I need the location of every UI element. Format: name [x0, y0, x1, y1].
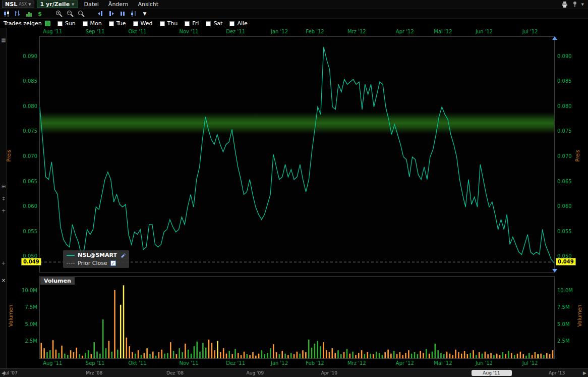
dollar-icon[interactable]: $	[35, 10, 45, 18]
price-chart-pane[interactable]	[39, 36, 555, 273]
menubar: NSL ASX ▼ 1 yr/Zeile ▼ Datei Ändern Ansi…	[0, 0, 588, 9]
price-axis-tick: 0.065	[557, 179, 572, 185]
legend-prior-close-row: Prior Close ✓	[67, 260, 126, 266]
scroll-right-icon[interactable]: ▶	[583, 370, 586, 375]
volume-pane-title: Volumen	[40, 277, 75, 285]
day-checkbox[interactable]	[83, 21, 88, 26]
menu-ansicht[interactable]: Ansicht	[134, 0, 162, 9]
zoom-in-icon[interactable]	[54, 10, 64, 18]
day-filter-fri[interactable]: Fri	[185, 20, 199, 27]
day-checkbox[interactable]	[160, 21, 165, 26]
price-axis-tick: 0.070	[14, 153, 37, 159]
price-chart-canvas[interactable]	[40, 37, 554, 272]
menu-aendern[interactable]: Ändern	[105, 0, 132, 9]
day-filter-sat[interactable]: Sat	[206, 20, 222, 27]
timeframe-selector[interactable]: 1 yr/Zeile ▼	[37, 1, 78, 8]
price-axis-tick: 0.075	[557, 128, 572, 134]
price-axis-tick: 0.065	[14, 179, 37, 185]
printer-icon[interactable]	[561, 1, 568, 8]
chart-type-candlestick-icon[interactable]	[2, 10, 12, 18]
price-axis-tick: 0.055	[14, 229, 37, 235]
chevron-down-icon[interactable]: ▼	[581, 3, 584, 7]
scrollbar-date-label: Apr '13	[549, 370, 565, 375]
month-label-bottom: Mrz '12	[347, 360, 366, 366]
volume-chart-icon[interactable]	[24, 10, 34, 18]
day-filter-tue[interactable]: Tue	[109, 20, 126, 27]
price-axis-tick: 0.090	[557, 53, 572, 60]
scrollbar-date-label: Dez '08	[166, 370, 184, 375]
month-label-bottom: Sep '11	[86, 360, 105, 366]
volume-axis-tick: 5.0M	[557, 321, 570, 328]
add-icon[interactable]: +	[0, 208, 7, 214]
day-checkbox[interactable]	[229, 21, 234, 26]
edit-pencil-icon[interactable]	[120, 252, 126, 258]
price-highlight-band	[40, 112, 554, 135]
day-checkbox[interactable]	[109, 21, 114, 26]
scrollbar-date-label: Aug '11	[483, 370, 500, 375]
shift-chart-left-icon[interactable]	[95, 10, 105, 18]
month-label-bottom: Aug '11	[43, 360, 62, 366]
bar-style-icon[interactable]	[129, 10, 139, 18]
zoom-out-icon[interactable]	[65, 10, 75, 18]
scroll-handle-down-icon[interactable]	[552, 269, 557, 273]
bar-width-icon[interactable]	[117, 10, 128, 18]
month-label-top: Apr '12	[396, 29, 414, 34]
volume-axis-title-left: Volumen	[8, 305, 14, 327]
day-filter-sun[interactable]: Sun	[57, 20, 76, 27]
volume-chart-pane[interactable]	[39, 276, 555, 359]
symbol-selector[interactable]: NSL ASX ▼	[2, 1, 34, 8]
price-axis-tick: 0.060	[557, 203, 572, 209]
day-filter-mon[interactable]: Mon	[83, 20, 102, 27]
price-series-line	[40, 47, 554, 263]
month-label-top: Jul '12	[522, 29, 538, 34]
month-label-top: Jan '12	[271, 29, 288, 34]
volume-axis-title-right: Volumen	[577, 305, 582, 327]
show-trades-icon[interactable]	[45, 21, 50, 26]
month-label-bottom: Dez '11	[226, 360, 245, 366]
trading-chart-window: NSL ASX ▼ 1 yr/Zeile ▼ Datei Ändern Ansi…	[0, 0, 588, 377]
add-panel-icon[interactable]: +	[0, 260, 7, 266]
chart-toolbar: $ ▼	[0, 9, 588, 19]
day-checkbox[interactable]	[206, 21, 211, 26]
grid-icon[interactable]: ⊞	[0, 184, 7, 190]
chart-type-bar-icon[interactable]	[13, 10, 23, 18]
month-label-top: Nov '11	[179, 29, 198, 34]
day-label: Fri	[192, 20, 199, 27]
price-axis-tick: 0.075	[14, 128, 37, 134]
day-filter-alle[interactable]: Alle	[229, 20, 247, 27]
volume-axis-tick: 7.5M	[14, 304, 37, 310]
scroll-handle-up-icon[interactable]	[552, 36, 557, 40]
prior-close-swatch	[67, 263, 75, 263]
price-axis-tick: 0.080	[557, 103, 572, 110]
month-label-bottom: Okt '11	[128, 360, 146, 366]
volume-axis-tick: 10.0M	[557, 288, 573, 294]
symbol-label: NSL	[5, 1, 17, 8]
zoom-region-icon[interactable]	[76, 10, 86, 18]
volume-axis-tick: 2.5M	[557, 338, 570, 344]
close-panel-icon[interactable]: ×	[0, 278, 7, 284]
menu-datei[interactable]: Datei	[81, 0, 102, 9]
day-checkbox[interactable]	[57, 21, 63, 26]
month-label-bottom: Jan '12	[271, 360, 288, 366]
trades-filterbar: Trades zeigen SunMonTueWedThuFriSatAlle	[0, 19, 588, 28]
shift-chart-right-icon[interactable]	[106, 10, 116, 18]
volume-chart-canvas[interactable]	[40, 277, 554, 358]
month-label-bottom: Jul '12	[522, 360, 538, 366]
chart-panel-icon[interactable]: ▦	[0, 37, 7, 43]
more-tools-icon[interactable]: ▼	[140, 10, 150, 18]
pin-icon[interactable]	[572, 1, 578, 8]
price-axis-tick: 0.050	[557, 253, 572, 259]
resize-vertical-icon[interactable]: ↕	[0, 196, 7, 202]
history-scrollbar[interactable]: ◀ ▶ Jul '07Mrz '08Dez '08Aug '09Apr '10A…	[0, 368, 588, 377]
day-checkbox[interactable]	[133, 21, 138, 26]
day-label: Thu	[167, 20, 178, 27]
prior-close-checkbox[interactable]: ✓	[110, 260, 116, 266]
day-checkbox[interactable]	[185, 21, 190, 26]
chart-legend: NSL@SMART Prior Close ✓	[63, 250, 129, 268]
month-label-top: Dez '11	[226, 29, 245, 34]
svg-text:$: $	[38, 11, 42, 17]
month-label-bottom: Mai '12	[434, 360, 452, 366]
day-filter-thu[interactable]: Thu	[160, 20, 178, 27]
day-filter-wed[interactable]: Wed	[133, 20, 153, 27]
day-label: Sun	[65, 20, 76, 27]
